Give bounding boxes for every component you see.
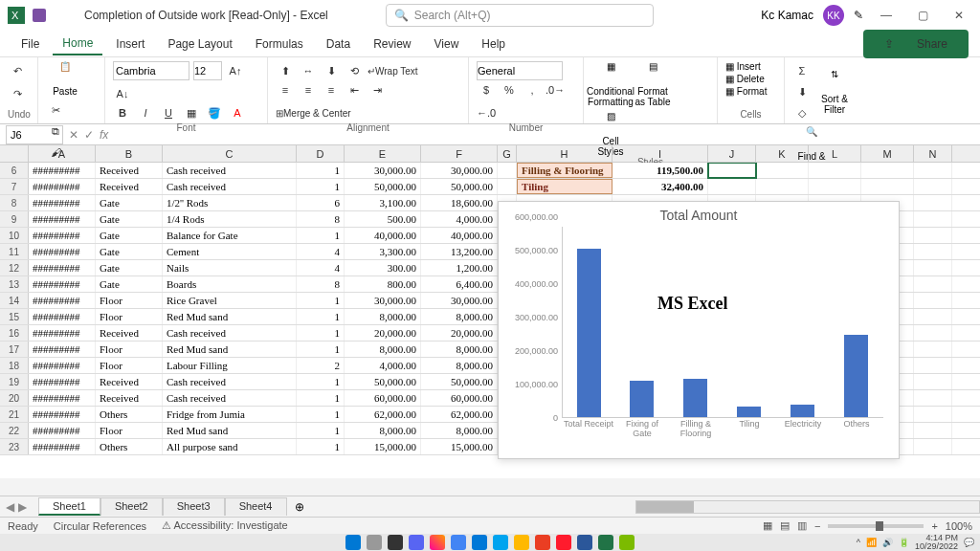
cut-button[interactable]: ✂ <box>46 100 65 120</box>
menu-view[interactable]: View <box>425 33 469 55</box>
cell[interactable]: 4,000.00 <box>421 211 498 227</box>
cell[interactable]: 8 <box>297 211 345 227</box>
row-header[interactable]: 11 <box>0 244 29 259</box>
cell[interactable] <box>809 163 861 178</box>
notifications-icon[interactable]: 💬 <box>964 538 974 547</box>
cells-format-button[interactable]: ▦ Format <box>725 86 767 97</box>
cell[interactable]: 3,100.00 <box>345 195 421 210</box>
cell[interactable]: 119,500.00 <box>612 163 708 178</box>
cell[interactable]: 800.00 <box>345 276 421 292</box>
row-header[interactable]: 17 <box>0 342 29 357</box>
taskbar-word-icon[interactable] <box>577 535 592 550</box>
cell[interactable]: 50,000.00 <box>421 179 498 194</box>
cell[interactable]: Floor <box>96 358 163 373</box>
cell[interactable]: Others <box>96 407 163 422</box>
number-format-select[interactable] <box>477 61 563 80</box>
sheet-tab-sheet1[interactable]: Sheet1 <box>38 497 100 516</box>
cell[interactable]: 30,000.00 <box>421 293 498 308</box>
cell[interactable] <box>914 439 952 454</box>
cell[interactable]: Nails <box>163 260 297 276</box>
cell[interactable]: Labour Filling <box>163 358 297 373</box>
cell[interactable]: Cash received <box>163 163 297 178</box>
sheet-tab-sheet2[interactable]: Sheet2 <box>100 497 163 516</box>
column-header-L[interactable]: L <box>809 145 861 162</box>
cell[interactable]: 18,600.00 <box>421 195 498 210</box>
confirm-formula-icon[interactable]: ✓ <box>84 128 94 142</box>
row-header[interactable]: 21 <box>0 407 29 422</box>
menu-help[interactable]: Help <box>472 33 515 55</box>
align-center-button[interactable]: ≡ <box>299 80 318 99</box>
cell[interactable]: Gate <box>96 260 163 276</box>
cell[interactable] <box>498 163 517 178</box>
comma-button[interactable]: , <box>523 80 542 99</box>
cell[interactable]: 6,400.00 <box>421 276 498 292</box>
cell[interactable]: Red Mud sand <box>163 423 297 438</box>
cell[interactable]: ######### <box>29 244 96 259</box>
cell[interactable]: ######### <box>29 163 96 178</box>
cell[interactable]: Cash received <box>163 325 297 341</box>
cell[interactable] <box>914 293 952 308</box>
taskbar-app-icon[interactable] <box>430 535 445 550</box>
embedded-chart[interactable]: Total Amount 0100,000.00200,000.00300,00… <box>498 201 900 459</box>
zoom-out-button[interactable]: − <box>814 520 820 532</box>
column-header-A[interactable]: A <box>29 145 96 162</box>
wrap-text-button[interactable]: ↵ Wrap Text <box>368 61 418 80</box>
cell[interactable]: ######### <box>29 179 96 194</box>
row-header[interactable]: 20 <box>0 390 29 406</box>
taskbar-task-view-icon[interactable] <box>388 535 403 550</box>
cell[interactable]: ######### <box>29 390 96 406</box>
underline-button[interactable]: U <box>159 103 178 122</box>
column-header-N[interactable]: N <box>914 145 952 162</box>
redo-button[interactable]: ↷ <box>8 84 27 103</box>
row-header[interactable]: 13 <box>0 276 29 292</box>
cell[interactable] <box>809 179 861 194</box>
align-right-button[interactable]: ≡ <box>322 80 341 99</box>
cell[interactable]: 1 <box>297 228 345 243</box>
cell[interactable]: 60,000.00 <box>345 390 421 406</box>
cell[interactable]: 1/4 Rods <box>163 211 297 227</box>
cancel-formula-icon[interactable]: ✕ <box>69 128 78 142</box>
merge-center-button[interactable]: ⊞ Merge & Center <box>276 103 351 122</box>
cell[interactable]: Red Mud sand <box>163 342 297 357</box>
cell[interactable]: 20,000.00 <box>345 325 421 341</box>
tray-battery-icon[interactable]: 🔋 <box>899 538 909 547</box>
cell[interactable]: Gate <box>96 211 163 227</box>
cell[interactable]: 300.00 <box>345 260 421 276</box>
sort-filter-button[interactable]: ⇅Sort & Filter <box>815 69 854 115</box>
column-header-B[interactable]: B <box>96 145 163 162</box>
cell[interactable]: Gate <box>96 276 163 292</box>
menu-formulas[interactable]: Formulas <box>246 33 313 55</box>
cell[interactable]: 2 <box>297 358 345 373</box>
cell[interactable] <box>914 211 952 227</box>
cell[interactable]: Floor <box>96 293 163 308</box>
cell[interactable]: 30,000.00 <box>421 163 498 178</box>
taskbar-explorer-icon[interactable] <box>514 535 529 550</box>
column-header-J[interactable]: J <box>708 145 756 162</box>
column-header-H[interactable]: H <box>517 145 612 162</box>
undo-button[interactable]: ↶ <box>8 61 27 80</box>
menu-home[interactable]: Home <box>53 33 102 55</box>
cell[interactable]: 20,000.00 <box>421 325 498 341</box>
row-header[interactable]: 16 <box>0 325 29 341</box>
taskbar-app-icon[interactable] <box>493 535 508 550</box>
view-page-break-button[interactable]: ▥ <box>797 519 807 532</box>
cell[interactable]: 1 <box>297 423 345 438</box>
align-top-button[interactable]: ⬆ <box>276 61 295 80</box>
cell[interactable]: 50,000.00 <box>421 374 498 389</box>
taskbar-search-icon[interactable] <box>367 535 382 550</box>
taskbar-edge-icon[interactable] <box>472 535 487 550</box>
cell[interactable] <box>914 228 952 243</box>
taskbar-excel-icon[interactable] <box>598 535 613 550</box>
cell[interactable]: 15,000.00 <box>345 439 421 454</box>
taskbar-app-icon[interactable] <box>409 535 424 550</box>
cell[interactable]: 6 <box>297 195 345 210</box>
cell[interactable]: 8,000.00 <box>421 309 498 324</box>
cell[interactable]: Received <box>96 390 163 406</box>
row-header[interactable]: 18 <box>0 358 29 373</box>
increase-font-button[interactable]: A↑ <box>226 61 245 80</box>
share-button[interactable]: ⇪ Share <box>863 30 969 58</box>
cell[interactable] <box>756 179 809 194</box>
close-button[interactable]: ✕ <box>946 2 972 29</box>
cell[interactable]: 40,000.00 <box>345 228 421 243</box>
view-page-layout-button[interactable]: ▤ <box>780 519 790 532</box>
